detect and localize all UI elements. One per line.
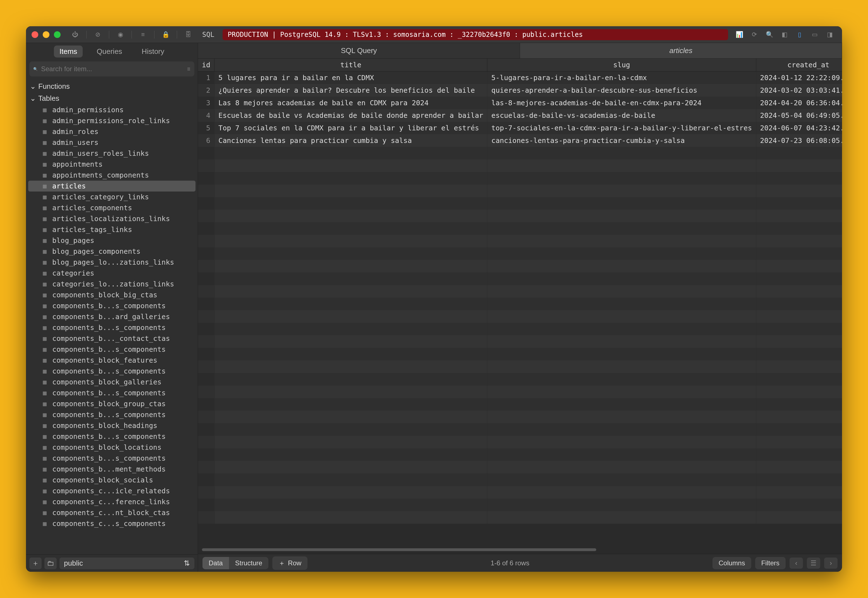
- table-item[interactable]: ▦components_b...ment_methods: [26, 464, 198, 475]
- cell-slug[interactable]: canciones-lentas-para-practicar-cumbia-y…: [487, 134, 756, 147]
- search-input[interactable]: [41, 65, 184, 73]
- database-icon[interactable]: 🗄: [181, 30, 195, 40]
- cell-created-at[interactable]: 2024-06-07 04:23:42.081: [756, 122, 842, 134]
- search-icon[interactable]: 🔍: [763, 30, 776, 40]
- page-settings-button[interactable]: ☰: [807, 558, 820, 569]
- table-item[interactable]: ▦components_b...s_components: [26, 300, 198, 311]
- tree-section-tables[interactable]: ⌄ Tables: [26, 93, 198, 105]
- close-window-button[interactable]: [31, 31, 38, 38]
- cell-created-at[interactable]: 2024-03-02 03:03:41.074: [756, 84, 842, 97]
- column-header-id[interactable]: id: [198, 58, 214, 72]
- table-item[interactable]: ▦components_c...icle_relateds: [26, 486, 198, 496]
- table-item[interactable]: ▦articles_components: [26, 202, 198, 213]
- column-header-slug[interactable]: slug: [487, 58, 756, 72]
- table-item[interactable]: ▦components_b...s_components: [26, 344, 198, 355]
- table-item[interactable]: ▦components_b...s_components: [26, 453, 198, 464]
- cell-created-at[interactable]: 2024-07-23 06:08:05.134: [756, 134, 842, 147]
- chart-icon[interactable]: 📊: [733, 30, 746, 40]
- table-item[interactable]: ▦blog_pages_lo...zations_links: [26, 257, 198, 268]
- table-item[interactable]: ▦components_b...ard_galleries: [26, 311, 198, 322]
- content-tab[interactable]: articles: [520, 43, 842, 58]
- table-item[interactable]: ▦components_block_locations: [26, 442, 198, 453]
- sidebar-tab-history[interactable]: History: [136, 45, 170, 57]
- cell-slug[interactable]: 5-lugares-para-ir-a-bailar-en-la-cdmx: [487, 72, 756, 84]
- table-item[interactable]: ▦components_block_group_ctas: [26, 398, 198, 409]
- list-icon[interactable]: ≡: [136, 30, 150, 40]
- table-item[interactable]: ▦admin_permissions: [26, 105, 198, 115]
- table-row[interactable]: 3Las 8 mejores academias de baile en CDM…: [198, 97, 842, 109]
- table-item[interactable]: ▦articles_localizations_links: [26, 213, 198, 224]
- cell-created-at[interactable]: 2024-01-12 22:22:09.746: [756, 72, 842, 84]
- cell-slug[interactable]: quieres-aprender-a-bailar-descubre-sus-b…: [487, 84, 756, 97]
- table-item[interactable]: ▦components_b...s_components: [26, 431, 198, 442]
- table-item[interactable]: ▦blog_pages_components: [26, 246, 198, 257]
- table-item[interactable]: ▦components_c...ference_links: [26, 496, 198, 507]
- column-header-created_at[interactable]: created_at: [756, 58, 842, 72]
- table-item[interactable]: ▦components_b...s_components: [26, 366, 198, 377]
- cell-slug[interactable]: las-8-mejores-academias-de-baile-en-cdmx…: [487, 97, 756, 109]
- table-item[interactable]: ▦components_block_galleries: [26, 377, 198, 387]
- zoom-window-button[interactable]: [54, 31, 61, 38]
- horizontal-scrollbar[interactable]: [202, 547, 838, 552]
- add-button[interactable]: ＋: [29, 558, 42, 569]
- cell-title[interactable]: Top 7 sociales en la CDMX para ir a bail…: [214, 122, 487, 134]
- table-item[interactable]: ▦components_block_features: [26, 355, 198, 366]
- cell-created-at[interactable]: 2024-05-04 06:49:05.714: [756, 109, 842, 122]
- table-item[interactable]: ▦articles: [28, 181, 196, 191]
- view-mode-data[interactable]: Data: [202, 557, 229, 569]
- tree-section-functions[interactable]: ⌄ Functions: [26, 81, 198, 93]
- folder-icon[interactable]: 🗀: [44, 558, 57, 569]
- prev-page-button[interactable]: ‹: [790, 558, 803, 569]
- table-item[interactable]: ▦components_b...s_components: [26, 322, 198, 333]
- table-item[interactable]: ▦components_b..._contact_ctas: [26, 333, 198, 344]
- table-row[interactable]: 2¿Quieres aprender a bailar? Descubre lo…: [198, 84, 842, 97]
- table-item[interactable]: ▦blog_pages: [26, 235, 198, 246]
- refresh-icon[interactable]: ⟳: [748, 30, 761, 40]
- table-item[interactable]: ▦components_b...s_components: [26, 387, 198, 398]
- table-item[interactable]: ▦appointments_components: [26, 170, 198, 181]
- cell-created-at[interactable]: 2024-04-20 06:36:04.602: [756, 97, 842, 109]
- filters-button[interactable]: Filters: [755, 557, 786, 569]
- sql-badge[interactable]: SQL: [198, 30, 218, 40]
- cell-title[interactable]: Escuelas de baile vs Academias de baile …: [214, 109, 487, 122]
- content-tab[interactable]: SQL Query: [198, 43, 520, 58]
- cell-title[interactable]: Canciones lentas para practicar cumbia y…: [214, 134, 487, 147]
- columns-button[interactable]: Columns: [712, 557, 751, 569]
- sidebar-tab-queries[interactable]: Queries: [91, 45, 128, 57]
- data-grid[interactable]: idtitleslugcreated_at 15 lugares para ir…: [198, 58, 842, 547]
- table-item[interactable]: ▦components_block_socials: [26, 475, 198, 486]
- panel-right-icon[interactable]: ◨: [823, 30, 837, 40]
- table-item[interactable]: ▦components_block_big_ctas: [26, 290, 198, 300]
- cell-slug[interactable]: top-7-sociales-en-la-cdmx-para-ir-a-bail…: [487, 122, 756, 134]
- lock-icon[interactable]: 🔒: [159, 30, 172, 40]
- table-item[interactable]: ▦components_b...s_components: [26, 409, 198, 420]
- panel-left-icon[interactable]: ◧: [778, 30, 791, 40]
- column-header-title[interactable]: title: [214, 58, 487, 72]
- panel-center-icon[interactable]: ▭: [808, 30, 822, 40]
- cancel-icon[interactable]: ⊘: [91, 30, 105, 40]
- table-item[interactable]: ▦categories: [26, 268, 198, 279]
- sidebar-tab-items[interactable]: Items: [54, 45, 83, 57]
- eye-icon[interactable]: ◉: [114, 30, 127, 40]
- schema-select[interactable]: public ⇅: [60, 558, 195, 569]
- table-item[interactable]: ▦components_c...nt_block_ctas: [26, 507, 198, 518]
- table-item[interactable]: ▦admin_users_roles_links: [26, 148, 198, 159]
- table-item[interactable]: ▦articles_tags_links: [26, 224, 198, 235]
- table-row[interactable]: 6Canciones lentas para practicar cumbia …: [198, 134, 842, 147]
- table-item[interactable]: ▦admin_users: [26, 137, 198, 148]
- table-item[interactable]: ▦components_block_headings: [26, 420, 198, 431]
- table-row[interactable]: 15 lugares para ir a bailar en la CDMX5-…: [198, 72, 842, 84]
- cell-title[interactable]: ¿Quieres aprender a bailar? Descubre los…: [214, 84, 487, 97]
- cell-title[interactable]: 5 lugares para ir a bailar en la CDMX: [214, 72, 487, 84]
- panel-bottom-icon[interactable]: ▯: [793, 30, 806, 40]
- next-page-button[interactable]: ›: [824, 558, 838, 569]
- cell-title[interactable]: Las 8 mejores academias de baile en CDMX…: [214, 97, 487, 109]
- view-mode-structure[interactable]: Structure: [229, 557, 268, 569]
- power-icon[interactable]: ⏻: [69, 30, 82, 40]
- table-item[interactable]: ▦admin_permissions_role_links: [26, 115, 198, 126]
- connection-banner[interactable]: PRODUCTION | PostgreSQL 14.9 : TLSv1.3 :…: [223, 29, 728, 40]
- table-item[interactable]: ▦articles_category_links: [26, 191, 198, 202]
- table-item[interactable]: ▦categories_lo...zations_links: [26, 279, 198, 290]
- table-item[interactable]: ▦appointments: [26, 159, 198, 170]
- table-item[interactable]: ▦admin_roles: [26, 126, 198, 137]
